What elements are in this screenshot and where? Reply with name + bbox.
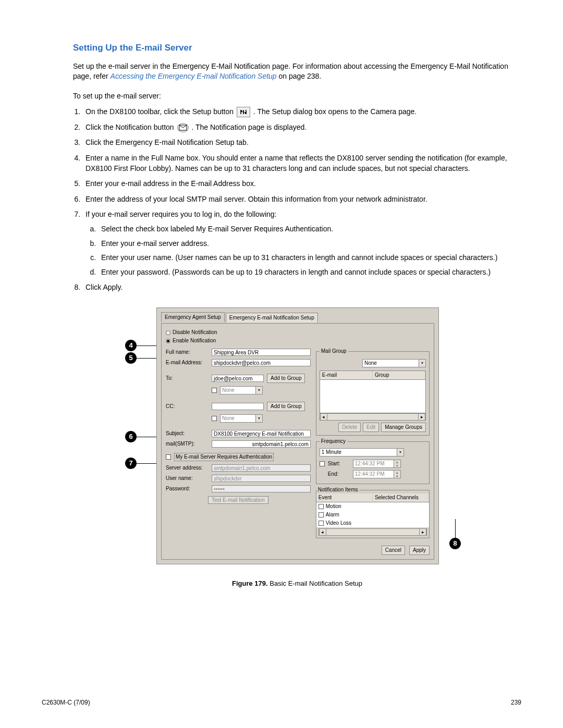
- frequency-legend: Frequency: [320, 438, 347, 445]
- full-name-label: Full name:: [166, 349, 209, 356]
- to-group-select[interactable]: None ▾: [220, 386, 263, 394]
- col-email: E-mail: [320, 371, 373, 379]
- callout-6-bubble: 6: [125, 431, 137, 442]
- cancel-button[interactable]: Cancel: [382, 546, 405, 555]
- smtp-input[interactable]: smtpdomain1.pelco.com: [212, 440, 311, 448]
- mail-group-select-value: None: [363, 360, 419, 367]
- step-7d: Enter your password. (Passwords can be u…: [98, 267, 521, 278]
- scroll-right-icon[interactable]: ▸: [419, 529, 426, 536]
- mail-group-listbox[interactable]: E-mail Group: [320, 371, 426, 413]
- test-email-button[interactable]: Test E-mail Notification: [208, 496, 268, 504]
- col-event: Event: [316, 493, 373, 502]
- to-group-value: None: [221, 387, 255, 394]
- spin-up-icon[interactable]: ▴: [394, 471, 400, 474]
- apply-button[interactable]: Apply: [409, 546, 430, 555]
- chevron-down-icon: ▾: [255, 415, 262, 422]
- server-address-label: Server address:: [166, 464, 209, 472]
- scroll-left-icon[interactable]: ◂: [320, 414, 327, 421]
- intro-text-b: on page 238.: [277, 72, 322, 80]
- cross-ref-link[interactable]: Accessing the Emergency E-mail Notificat…: [111, 72, 277, 80]
- alarm-checkbox[interactable]: [319, 512, 324, 517]
- scroll-left-icon[interactable]: ◂: [319, 529, 326, 536]
- mail-group-select[interactable]: None ▾: [362, 359, 426, 367]
- left-column: Full name: Shipping Area DVR E-mail Addr…: [166, 346, 311, 540]
- substeps-list: Select the check box labeled My E-mail S…: [98, 224, 521, 277]
- subject-label: Subject:: [166, 430, 209, 437]
- callout-7-bubble: 7: [125, 458, 137, 469]
- step-8: Click Apply.: [82, 282, 521, 293]
- callout-line: [455, 519, 456, 538]
- add-to-group-button-to[interactable]: Add to Group: [267, 374, 305, 383]
- scroll-right-icon[interactable]: ▸: [418, 414, 425, 421]
- cc-group-select[interactable]: None ▾: [220, 414, 263, 423]
- spin-down-icon[interactable]: ▾: [394, 464, 400, 467]
- notif-item-video-loss[interactable]: Video Loss: [316, 519, 429, 527]
- intro-paragraph: Set up the e-mail server in the Emergenc…: [73, 61, 521, 82]
- col-selected-channels: Selected Channels: [373, 493, 429, 502]
- manage-groups-button[interactable]: Manage Groups: [381, 423, 426, 432]
- notification-items-legend: Notification Items: [316, 486, 360, 493]
- freq-start-label: Start:: [328, 460, 350, 467]
- password-input[interactable]: ••••••: [212, 485, 311, 492]
- svg-point-1: [241, 110, 242, 112]
- auth-required-label: My E-mail Server Requires Authentication: [174, 453, 274, 461]
- cc-group-checkbox[interactable]: [212, 416, 217, 421]
- steps-list: On the DX8100 toolbar, click the Setup b…: [82, 107, 521, 293]
- server-address-input[interactable]: smtpdomain1.pelco.com: [212, 464, 311, 472]
- edit-button[interactable]: Edit: [363, 423, 379, 432]
- step-2b: . The Notification page is displayed.: [191, 123, 307, 131]
- screenshot-dialog: Emergency Agent Setup Emergency E-mail N…: [156, 307, 439, 564]
- section-title: Setting Up the E-mail Server: [73, 42, 521, 54]
- frequency-interval-value: 1 Minute: [320, 449, 397, 456]
- step-7a: Select the check box labeled My E-mail S…: [98, 224, 521, 235]
- step-1a: On the DX8100 toolbar, click the Setup b…: [85, 107, 236, 116]
- step-2a: Click the Notification button: [85, 123, 176, 131]
- spin-up-icon[interactable]: ▴: [394, 460, 400, 464]
- full-name-input[interactable]: Shipping Area DVR: [212, 349, 311, 356]
- user-name-label: User name:: [166, 475, 209, 482]
- tab-emergency-agent[interactable]: Emergency Agent Setup: [161, 312, 225, 322]
- tab-email-notification[interactable]: Emergency E-mail Notification Setup: [226, 313, 318, 323]
- step-4: Enter a name in the Full Name box. You s…: [82, 153, 521, 174]
- add-to-group-button-cc[interactable]: Add to Group: [267, 402, 305, 411]
- step-3: Click the Emergency E-mail Notification …: [82, 138, 521, 148]
- video-loss-checkbox[interactable]: [319, 521, 324, 526]
- motion-checkbox[interactable]: [319, 504, 324, 509]
- radio-icon: [166, 330, 170, 335]
- to-group-checkbox[interactable]: [212, 388, 217, 393]
- figure-label: Figure 179.: [232, 579, 268, 587]
- alarm-label: Alarm: [326, 511, 339, 519]
- step-7: If your e-mail server requires you to lo…: [82, 209, 521, 277]
- tab-panel: Disable Notification Enable Notification…: [161, 323, 434, 560]
- notif-item-alarm[interactable]: Alarm: [316, 511, 429, 519]
- svg-point-3: [243, 111, 244, 113]
- freq-end-spinner[interactable]: 12:44:32 PM ▴▾: [353, 470, 401, 478]
- radio-disable-label: Disable Notification: [173, 329, 217, 336]
- step-7-lead: If your e-mail server requires you to lo…: [85, 210, 277, 218]
- listbox-scrollbar[interactable]: ◂ ▸: [320, 413, 426, 421]
- step-7b: Enter your e-mail server address.: [98, 239, 521, 249]
- to-input[interactable]: jdoe@pelco.com: [212, 375, 264, 382]
- subject-input[interactable]: DX8100 Emergency E-mail Notification: [212, 430, 311, 437]
- user-name-input[interactable]: shipdockdvr: [212, 475, 311, 482]
- spin-down-icon[interactable]: ▾: [394, 474, 400, 478]
- step-7c: Enter your user name. (User names can be…: [98, 253, 521, 263]
- auth-required-checkbox[interactable]: [166, 454, 171, 460]
- radio-enable-notification[interactable]: Enable Notification: [166, 337, 430, 344]
- callout-5-bubble: 5: [125, 352, 137, 364]
- notif-item-motion[interactable]: Motion: [316, 502, 429, 511]
- cc-group-value: None: [221, 415, 255, 422]
- cc-input[interactable]: [212, 403, 264, 410]
- delete-button[interactable]: Delete: [338, 423, 361, 432]
- radio-disable-notification[interactable]: Disable Notification: [166, 329, 430, 336]
- freq-start-checkbox[interactable]: [320, 461, 325, 466]
- right-column: Mail Group None ▾ E-mail Group: [316, 346, 430, 540]
- freq-end-label: End:: [328, 471, 350, 478]
- frequency-interval-select[interactable]: 1 Minute ▾: [320, 448, 404, 456]
- notif-items-scrollbar[interactable]: ◂ ▸: [319, 528, 427, 536]
- chevron-down-icon: ▾: [255, 387, 262, 394]
- video-loss-label: Video Loss: [326, 520, 351, 527]
- email-address-input[interactable]: shipdockdvr@pelco.com: [212, 359, 311, 366]
- freq-start-spinner[interactable]: 12:44:32 PM ▴▾: [353, 460, 401, 468]
- to-label: To:: [166, 375, 209, 382]
